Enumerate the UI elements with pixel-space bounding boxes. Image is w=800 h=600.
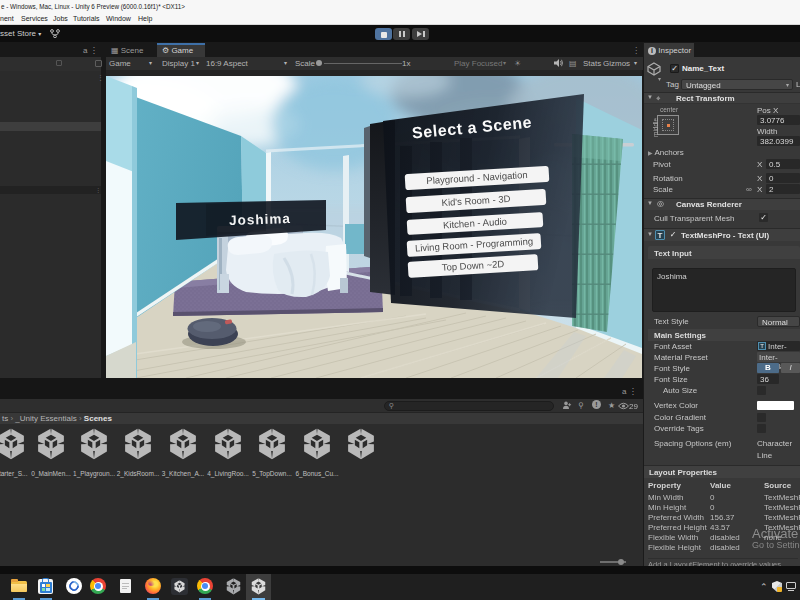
svg-text:Joshima: Joshima xyxy=(229,211,291,228)
